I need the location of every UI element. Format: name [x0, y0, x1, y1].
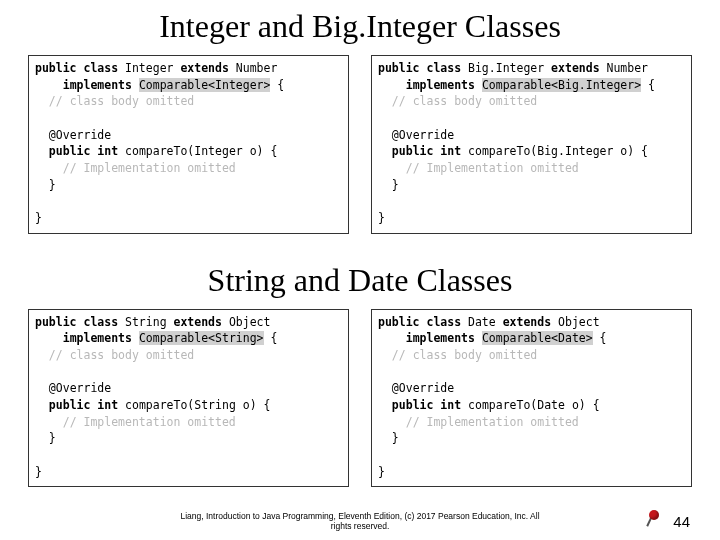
txt: {	[593, 331, 607, 345]
kw: implements	[406, 331, 482, 345]
pushpin-icon	[646, 510, 662, 526]
row-string-date: public class String extends Object imple…	[28, 309, 692, 488]
txt: }	[392, 431, 399, 445]
comment: // Implementation omitted	[406, 161, 579, 175]
txt: }	[35, 465, 42, 479]
kw: implements	[406, 78, 482, 92]
txt: Number	[607, 61, 649, 75]
txt: {	[270, 78, 284, 92]
code-integer: public class Integer extends Number impl…	[28, 55, 349, 234]
page-number: 44	[673, 513, 690, 530]
txt: }	[49, 431, 56, 445]
kw: extends	[173, 315, 228, 329]
kw: public int	[392, 398, 468, 412]
highlight: Comparable<Date>	[482, 331, 593, 345]
txt: compareTo(Big.Integer o) {	[468, 144, 648, 158]
txt: @Override	[49, 128, 111, 142]
comment: // Implementation omitted	[63, 415, 236, 429]
footer-line1: Liang, Introduction to Java Programming,…	[180, 511, 539, 521]
footer-line2: rights reserved.	[331, 521, 390, 531]
kw: extends	[180, 61, 235, 75]
txt: Date	[468, 315, 503, 329]
code-date: public class Date extends Object impleme…	[371, 309, 692, 488]
comment: // Implementation omitted	[63, 161, 236, 175]
kw: public int	[49, 144, 125, 158]
txt: Number	[236, 61, 278, 75]
txt: Integer	[125, 61, 180, 75]
txt: compareTo(String o) {	[125, 398, 270, 412]
txt: @Override	[392, 381, 454, 395]
kw: public int	[392, 144, 468, 158]
txt: Object	[229, 315, 271, 329]
footer-copyright: Liang, Introduction to Java Programming,…	[0, 511, 720, 532]
txt: compareTo(Date o) {	[468, 398, 600, 412]
highlight: Comparable<Big.Integer>	[482, 78, 641, 92]
txt: }	[35, 211, 42, 225]
txt: }	[49, 178, 56, 192]
txt: @Override	[392, 128, 454, 142]
highlight: Comparable<String>	[139, 331, 264, 345]
txt: Big.Integer	[468, 61, 551, 75]
txt: }	[378, 211, 385, 225]
txt: {	[641, 78, 655, 92]
comment: // class body omitted	[392, 348, 537, 362]
comment: // class body omitted	[49, 348, 194, 362]
slide: Integer and Big.Integer Classes public c…	[0, 0, 720, 540]
kw: public class	[378, 61, 468, 75]
title-string-date: String and Date Classes	[28, 262, 692, 299]
kw: public class	[378, 315, 468, 329]
comment: // class body omitted	[49, 94, 194, 108]
kw: public class	[35, 315, 125, 329]
highlight: Comparable<Integer>	[139, 78, 271, 92]
kw: extends	[503, 315, 558, 329]
txt: }	[392, 178, 399, 192]
title-integer-biginteger: Integer and Big.Integer Classes	[28, 8, 692, 45]
txt: String	[125, 315, 173, 329]
comment: // Implementation omitted	[406, 415, 579, 429]
kw: public int	[49, 398, 125, 412]
code-string: public class String extends Object imple…	[28, 309, 349, 488]
txt: }	[378, 465, 385, 479]
kw: extends	[551, 61, 606, 75]
kw: implements	[63, 78, 139, 92]
kw: public class	[35, 61, 125, 75]
code-biginteger: public class Big.Integer extends Number …	[371, 55, 692, 234]
txt: @Override	[49, 381, 111, 395]
kw: implements	[63, 331, 139, 345]
comment: // class body omitted	[392, 94, 537, 108]
txt: compareTo(Integer o) {	[125, 144, 277, 158]
row-integer-biginteger: public class Integer extends Number impl…	[28, 55, 692, 234]
txt: Object	[558, 315, 600, 329]
txt: {	[264, 331, 278, 345]
